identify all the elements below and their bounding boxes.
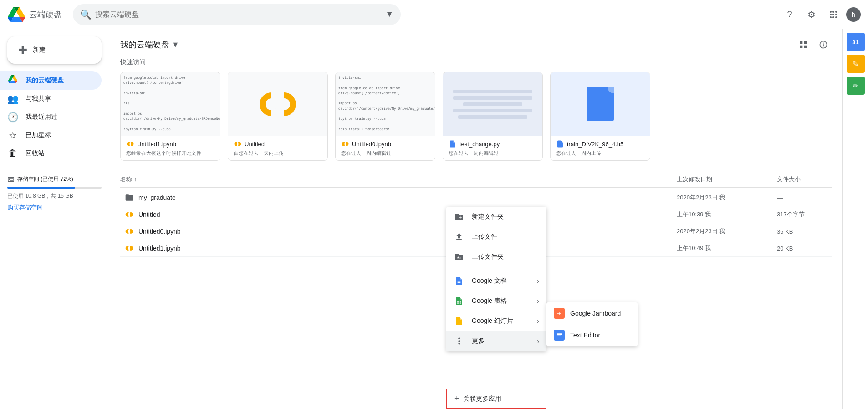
svg-point-4 <box>832 14 834 15</box>
file-card-train[interactable]: train_DIV2K_96_4.h5 您在过去一周内上传 <box>550 72 650 161</box>
quick-access-label: 快速访问 <box>120 58 832 66</box>
card-info-train: train_DIV2K_96_4.h5 您在过去一周内上传 <box>551 136 650 160</box>
card-info-untitled: Untitled 由您在过去一天内上传 <box>228 136 327 160</box>
svg-point-25 <box>128 212 130 217</box>
card-filename-untitled: Untitled <box>245 141 265 148</box>
tasks-widget-button[interactable]: ✏ <box>847 77 865 95</box>
new-button[interactable]: ✚ 新建 <box>7 36 102 64</box>
info-button[interactable] <box>815 36 832 53</box>
file-size-untitled0: 36 KB <box>777 228 832 235</box>
grid-view-button[interactable] <box>795 36 812 53</box>
sort-arrow-icon: ↑ <box>134 176 137 183</box>
menu-upload-file-label: 上传文件 <box>472 233 497 241</box>
card-meta-test-change: 您在过去一周内编辑过 <box>449 150 537 157</box>
sidebar-item-recent-label: 我最近用过 <box>26 113 57 121</box>
keep-widget-button[interactable]: ✎ <box>847 55 865 73</box>
menu-upload-file[interactable]: 上传文件 <box>446 227 546 247</box>
sidebar-item-shared-label: 与我共享 <box>26 95 51 103</box>
storage-used-text: 已使用 10.8 GB，共 15 GB <box>7 192 102 200</box>
svg-point-39 <box>458 340 460 342</box>
svg-rect-37 <box>460 302 461 304</box>
svg-point-40 <box>458 343 460 344</box>
search-bar[interactable]: 🔍 ▼ <box>73 4 401 25</box>
my-drive-title: 我的云端硬盘 <box>120 39 169 50</box>
menu-google-slides[interactable]: Google 幻灯片 › <box>446 311 546 331</box>
buy-storage-link[interactable]: 购买存储空间 <box>7 204 102 212</box>
more-icon <box>454 337 465 346</box>
file-upload-icon <box>454 232 464 241</box>
trash-icon: 🗑 <box>7 148 18 158</box>
settings-button[interactable]: ⚙ <box>802 5 821 24</box>
svg-rect-35 <box>460 301 461 302</box>
user-avatar[interactable]: h <box>846 7 861 22</box>
menu-upload-folder[interactable]: 上传文件夹 <box>446 247 546 267</box>
card-preview-untitled1: from google.colab import drive drive.mou… <box>121 72 220 136</box>
folder-icon-my-graduate <box>120 193 138 202</box>
col-name-header[interactable]: 名称 ↑ <box>120 175 677 184</box>
colab-icon-untitled0 <box>120 227 138 236</box>
top-bar: 云端硬盘 🔍 ▼ ? ⚙ <box>0 0 868 29</box>
submenu-jamboard-label: Google Jamboard <box>570 310 621 317</box>
upload-folder-icon <box>454 252 465 261</box>
file-date-my-graduate: 2020年2月23日 我 <box>677 194 777 202</box>
new-button-label: 新建 <box>33 46 46 54</box>
svg-point-6 <box>830 16 832 18</box>
blue-file-shape <box>587 87 614 121</box>
menu-google-docs[interactable]: Google 文档 › <box>446 271 546 291</box>
colab-icon-small <box>126 140 134 148</box>
search-dropdown-icon[interactable]: ▼ <box>385 10 393 19</box>
search-icon: 🔍 <box>80 9 92 20</box>
menu-google-slides-label: Google 幻灯片 <box>472 317 513 325</box>
svg-rect-36 <box>457 302 459 304</box>
svg-point-31 <box>128 246 130 251</box>
svg-point-16 <box>278 98 290 110</box>
svg-point-5 <box>835 14 837 15</box>
col-name-label: 名称 <box>120 175 132 184</box>
svg-rect-34 <box>457 301 459 302</box>
file-card-test-change[interactable]: test_change.py 您在过去一周内编辑过 <box>443 72 543 161</box>
sidebar-item-my-drive[interactable]: 我的云端硬盘 <box>0 71 102 90</box>
calendar-widget-button[interactable]: 31 <box>847 33 865 51</box>
colab-icon-small2 <box>234 140 242 148</box>
submenu-jamboard[interactable]: Google Jamboard <box>546 302 638 324</box>
col-date-label: 上次修改日期 <box>677 176 712 183</box>
sidebar-item-my-drive-label: 我的云端硬盘 <box>26 77 64 85</box>
menu-new-folder[interactable]: 新建文件夹 <box>446 207 546 227</box>
card-meta-untitled0: 您在过去一周内编辑过 <box>341 150 429 157</box>
file-name-untitled1: Untitled1.ipynb <box>138 245 677 252</box>
svg-point-19 <box>237 142 239 146</box>
storage-bar-fill <box>7 187 75 189</box>
colab-badge-icon3 <box>341 140 349 148</box>
sidebar-item-recent[interactable]: 🕐 我最近用过 <box>0 108 102 126</box>
submenu-text-editor[interactable]: Text Editor <box>546 324 638 346</box>
colab-file-icon2 <box>125 227 134 236</box>
menu-more[interactable]: 更多 › <box>446 331 546 351</box>
apps-button[interactable] <box>824 5 842 24</box>
file-card-untitled0[interactable]: !nvidia-smi from google.colab import dri… <box>335 72 435 161</box>
apps-grid-icon <box>829 10 838 19</box>
context-menu: 新建文件夹 上传文件 上传文件夹 <box>446 207 546 351</box>
associate-bar[interactable]: + 关联更多应用 <box>446 389 546 409</box>
file-card-untitled1[interactable]: from google.colab import drive drive.mou… <box>120 72 220 161</box>
folder-icon <box>125 193 134 202</box>
content-area: 我的云端硬盘 ▼ <box>109 29 842 409</box>
svg-point-1 <box>832 11 834 13</box>
sidebar-item-trash[interactable]: 🗑 回收站 <box>0 144 102 162</box>
file-card-untitled[interactable]: Untitled 由您在过去一天内上传 <box>228 72 328 161</box>
sidebar-item-starred[interactable]: ☆ 已加星标 <box>0 126 102 144</box>
search-input[interactable] <box>95 10 382 19</box>
colab-icon-small3 <box>341 140 349 148</box>
svg-point-22 <box>345 142 346 146</box>
help-button[interactable]: ? <box>781 5 799 24</box>
file-row-my-graduate[interactable]: my_graduate 2020年2月23日 我 — <box>120 189 832 206</box>
cards-row: from google.colab import drive drive.mou… <box>120 72 832 161</box>
docs-icon <box>454 276 464 286</box>
card-filename-test-change: test_change.py <box>460 141 500 148</box>
top-bar-right: ? ⚙ h <box>781 5 861 24</box>
sidebar-item-shared[interactable]: 👥 与我共享 <box>0 90 102 108</box>
svg-point-11 <box>130 142 131 146</box>
more-chevron-icon: › <box>537 337 539 345</box>
menu-divider <box>446 269 546 269</box>
menu-google-sheets[interactable]: Google 表格 › <box>446 291 546 311</box>
my-drive-dropdown-icon[interactable]: ▼ <box>171 40 179 50</box>
